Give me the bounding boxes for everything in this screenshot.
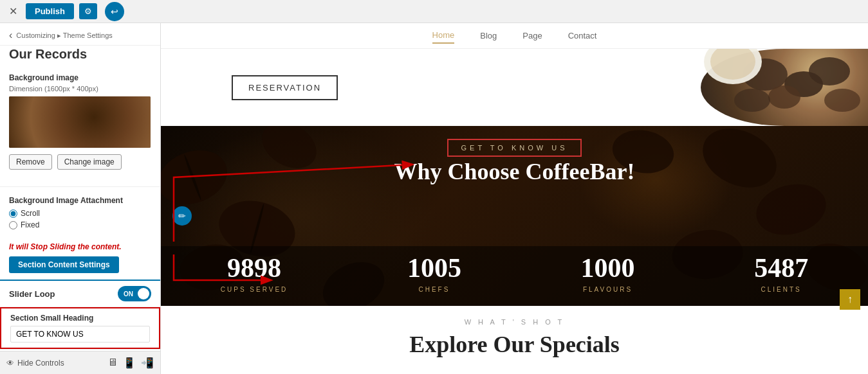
scroll-label: Scroll	[21, 209, 40, 218]
image-buttons: Remove Change image	[9, 154, 151, 170]
attachment-section: Background Image Attachment Scroll Fixed	[0, 190, 160, 238]
back-button[interactable]: ‹	[9, 30, 12, 41]
bottom-bar: 👁 Hide Controls 🖥 📱 📲	[0, 351, 160, 374]
slider-loop-row: Slider Loop ON	[0, 280, 160, 307]
tablet-icon[interactable]: 📱	[123, 357, 136, 369]
attachment-label: Background Image Attachment	[9, 196, 151, 205]
scroll-top-button[interactable]: ↑	[840, 289, 860, 310]
hide-controls-label: Hide Controls	[17, 359, 64, 368]
nav-contact[interactable]: Contact	[568, 28, 597, 43]
preview-nav: Home Blog Page Contact	[161, 23, 868, 49]
fixed-label: Fixed	[21, 220, 39, 229]
image-preview	[9, 96, 151, 148]
nav-page[interactable]: Page	[522, 28, 542, 43]
publish-button[interactable]: Publish	[26, 3, 74, 19]
coffee-image-right	[701, 49, 868, 126]
stat-chefs: 1005 CHEFS	[407, 253, 461, 293]
device-icons: 🖥 📱 📲	[107, 357, 154, 369]
stats-row: 9898 CUPS SERVED 1005 CHEFS 1000 FLAVOUR…	[161, 246, 868, 306]
stat-flavours: 1000 FLAVOURS	[581, 253, 635, 293]
svg-point-2	[768, 85, 800, 109]
breadcrumb: Customizing ▸ Theme Settings	[16, 31, 112, 40]
slider-loop-toggle[interactable]: ON	[118, 286, 151, 301]
sidebar-scroll: ‹ Customizing ▸ Theme Settings Our Recor…	[0, 23, 160, 351]
fixed-radio[interactable]	[9, 221, 17, 229]
preview-bottom-section: W H A T ' S H O T Explore Our Specials	[161, 306, 868, 370]
small-heading-label: Section Small Heading	[10, 314, 150, 323]
stat-label-clients: CLIENTS	[754, 286, 808, 293]
toggle-on-text: ON	[120, 290, 133, 298]
main-section-title: Why Choose CoffeeBar!	[161, 158, 868, 185]
stat-cups: 9898 CUPS SERVED	[221, 253, 288, 293]
desktop-icon[interactable]: 🖥	[107, 357, 118, 369]
mobile-icon[interactable]: 📲	[141, 357, 154, 369]
section-tag: GET TO KNOW US	[447, 139, 582, 157]
main-area: ‹ Customizing ▸ Theme Settings Our Recor…	[0, 23, 868, 374]
remove-button[interactable]: Remove	[9, 154, 52, 170]
small-heading-input[interactable]	[10, 326, 150, 343]
small-heading-section: Section Small Heading	[0, 307, 160, 349]
stat-number-flavours: 1000	[581, 253, 635, 283]
specials-title: Explore Our Specials	[409, 331, 620, 358]
svg-point-3	[734, 89, 770, 112]
top-bar: ✕ Publish ⚙ ↩	[0, 0, 868, 23]
toggle-knob	[138, 288, 149, 299]
preview-dark-section: ✏ GET TO KNOW US Why Choose CoffeeBar! 9…	[161, 126, 868, 306]
change-image-button[interactable]: Change image	[57, 154, 122, 170]
section-content-settings-button[interactable]: Section Content Settings	[9, 256, 119, 273]
stat-label-chefs: CHEFS	[407, 286, 461, 293]
edit-circle-button[interactable]: ✏	[172, 206, 192, 226]
reservation-button[interactable]: RESERVATION	[232, 75, 338, 100]
navigate-circle[interactable]: ↩	[105, 2, 124, 21]
stat-number-cups: 9898	[221, 253, 288, 283]
sidebar: ‹ Customizing ▸ Theme Settings Our Recor…	[0, 23, 161, 374]
close-button[interactable]: ✕	[5, 4, 21, 19]
svg-point-5	[824, 89, 860, 112]
gear-button[interactable]: ⚙	[79, 3, 97, 19]
preview-top-section: RESERVATION	[161, 49, 868, 126]
hide-controls-button[interactable]: 👁 Hide Controls	[6, 359, 64, 368]
svg-point-14	[751, 177, 832, 242]
sidebar-header: ‹ Customizing ▸ Theme Settings	[0, 23, 160, 46]
svg-point-4	[809, 57, 850, 85]
nav-home[interactable]: Home	[432, 28, 455, 44]
stat-clients: 5487 CLIENTS	[754, 253, 808, 293]
dimension-label: Dimension (1600px * 400px)	[9, 85, 151, 93]
stat-label-flavours: FLAVOURS	[581, 286, 635, 293]
background-image-section: Background image Dimension (1600px * 400…	[0, 67, 160, 184]
stat-number-chefs: 1005	[407, 253, 461, 283]
nav-blog[interactable]: Blog	[480, 28, 497, 43]
whats-hot-label: W H A T ' S H O T	[465, 318, 565, 326]
stat-number-clients: 5487	[754, 253, 808, 283]
page-title: Our Records	[0, 46, 160, 67]
scroll-radio[interactable]	[9, 209, 17, 218]
bg-image-label: Background image	[9, 73, 151, 82]
slider-loop-label: Slider Loop	[9, 289, 55, 299]
eye-icon: 👁	[6, 359, 14, 368]
stat-label-cups: CUPS SERVED	[221, 286, 288, 293]
fixed-radio-row[interactable]: Fixed	[9, 220, 151, 229]
scroll-radio-row[interactable]: Scroll	[9, 209, 151, 218]
warning-text: It will Stop Sliding the content.	[0, 238, 160, 254]
preview-area: Home Blog Page Contact RESERVATION	[161, 23, 868, 374]
